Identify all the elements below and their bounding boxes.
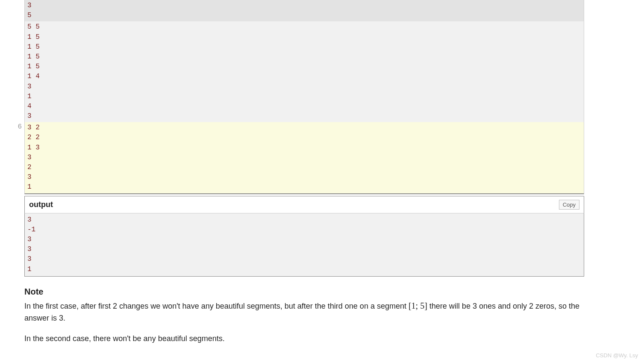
watermark: CSDN @Wy. Lsy bbox=[596, 352, 638, 359]
input-block-highlight: 3 2 2 2 1 3 3 2 3 1 bbox=[24, 122, 584, 194]
output-block: 3 -1 3 3 3 1 bbox=[24, 213, 584, 277]
line-number-6: 6 bbox=[13, 123, 22, 131]
note-section: Note In the first case, after first 2 ch… bbox=[24, 287, 584, 345]
output-title: output bbox=[29, 200, 53, 209]
note-title: Note bbox=[24, 287, 584, 297]
copy-button[interactable]: Copy bbox=[559, 200, 579, 210]
input-block-mid: 5 5 1 5 1 5 1 5 1 5 1 4 3 1 4 3 bbox=[24, 21, 584, 122]
output-header: output Copy bbox=[24, 196, 584, 213]
input-block-top: 3 5 bbox=[24, 0, 584, 21]
note-para-1: In the first case, after first 2 changes… bbox=[24, 299, 584, 324]
math-segment: [1; 5] bbox=[409, 301, 427, 310]
note-para-2: In the second case, there won't be any b… bbox=[24, 333, 584, 345]
